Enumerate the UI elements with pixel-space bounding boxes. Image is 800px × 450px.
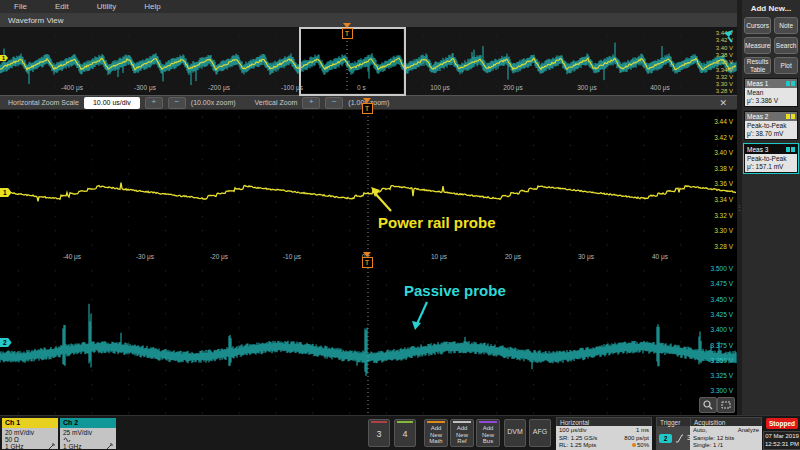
overview-panel[interactable]: -400 μs-300 μs-200 μs-100 μs100 μs200 μs… [0, 27, 737, 95]
acq-mode: Auto, [693, 427, 707, 435]
meas-type: Mean [747, 89, 795, 97]
ch1-bandwidth: 1 GHz [5, 443, 23, 450]
zoom-box-time-label: 0 s [357, 84, 366, 91]
meas-type: Peak-to-Peak [747, 122, 795, 130]
h-zoom-plus-button[interactable]: + [145, 97, 163, 109]
ch1-badge[interactable]: Ch 1 20 mV/div 50 Ω 1 GHz [2, 418, 58, 449]
probe-icon [106, 443, 113, 450]
midtime-label: 10 μs [431, 253, 447, 260]
ac-coupling-icon [63, 436, 72, 442]
ov-time-label: 100 μs [430, 84, 450, 91]
vertical-zoom-label: Vertical Zoom [255, 99, 298, 106]
channel-badge-icon [786, 81, 795, 86]
add-new-ref-button[interactable]: Add New Ref [450, 419, 474, 447]
cursors-button[interactable]: Cursors [744, 17, 771, 34]
ov-volt-label: 3.28 V [716, 88, 733, 95]
results-table-button[interactable]: Results Table [744, 57, 771, 74]
ov-time-label: 400 μs [650, 84, 670, 91]
acq-single: Single: 1 /1 [693, 442, 759, 450]
v-zoom-minus-button[interactable]: − [325, 97, 343, 109]
stopped-button[interactable]: Stopped [766, 418, 798, 429]
expansion-point-icon [632, 443, 636, 447]
status-bar: Ch 1 20 mV/div 50 Ω 1 GHz Ch 2 25 mV/div… [0, 415, 800, 450]
ov-volt-label: 3.34 V [716, 67, 733, 74]
meas-2-card[interactable]: Meas 2 Peak-to-Peak μ': 38.70 mV [744, 111, 798, 140]
horizontal-zoom-scale-input[interactable] [84, 97, 140, 109]
bot-volt-label: 3.300 V [711, 387, 733, 394]
bot-volt-label: 3.375 V [711, 342, 733, 349]
magnifier-icon [703, 400, 713, 410]
overview-trigger-marker[interactable]: T [341, 23, 353, 39]
ov-volt-label: 3.32 V [716, 74, 733, 81]
menu-edit[interactable]: Edit [41, 2, 83, 11]
meas-1-card[interactable]: Meas 1 Mean μ': 3.386 V [744, 78, 798, 107]
ch3-button[interactable]: 3 [368, 419, 390, 447]
search-button[interactable]: Search [774, 37, 798, 54]
ch1-scale: 20 mV/div [5, 429, 55, 436]
meas-value: μ': 157.1 mV [747, 163, 795, 171]
add-new-bus-button[interactable]: Add New Bus [476, 419, 500, 447]
ch2-bandwidth: 1 GHz [63, 443, 81, 450]
h-resolution: 800 ps/pt [624, 435, 649, 443]
ov-time-label: -100 μs [281, 84, 303, 91]
h-samplerate: SR: 1.25 GS/s [559, 435, 597, 443]
h-zoom-factor: (10.00x zoom) [191, 99, 236, 106]
bot-volt-label: 3.400 V [711, 326, 733, 333]
ov-volt-label: 3.40 V [716, 45, 733, 52]
bot-volt-label: 3.475 V [711, 280, 733, 287]
menu-help[interactable]: Help [130, 2, 174, 11]
probe-icon [48, 443, 55, 450]
note-button[interactable]: Note [774, 17, 798, 34]
mid-volt-label: 3.40 V [714, 149, 733, 156]
ov-time-label: -200 μs [208, 84, 230, 91]
waveform-view-tab[interactable]: Waveform View [0, 13, 737, 28]
zoom-tool-button[interactable] [699, 397, 717, 413]
acquisition-panel[interactable]: Acquisition Auto, Analyze Sample: 12 bit… [690, 417, 762, 450]
power-rail-waveform [0, 110, 737, 252]
bot-volt-label: 3.500 V [711, 265, 733, 272]
bot-volt-label: 3.450 V [711, 296, 733, 303]
ch2-badge[interactable]: Ch 2 25 mV/div 1 GHz [60, 418, 116, 449]
mid-volt-label: 3.44 V [714, 118, 733, 125]
plot-button[interactable]: Plot [774, 57, 798, 74]
add-new-math-button[interactable]: Add New Math [424, 419, 448, 447]
passive-probe-panel[interactable]: 3.500 V3.475 V3.450 V3.425 V3.400 V3.375… [0, 264, 737, 415]
h-zoom-minus-button[interactable]: − [168, 97, 186, 109]
h-window: 1 ms [636, 427, 649, 435]
afg-button[interactable]: AFG [529, 419, 551, 447]
ch2-scale: 25 mV/div [63, 429, 113, 436]
midtime-label: -30 μs [136, 253, 154, 260]
bot-trigger-marker[interactable]: T [361, 252, 373, 268]
meas-type: Peak-to-Peak [747, 155, 795, 163]
midtime-label: -20 μs [210, 253, 228, 260]
close-icon[interactable]: ✕ [719, 98, 727, 108]
menu-utility[interactable]: Utility [83, 2, 131, 11]
channel-badge-icon [786, 147, 795, 152]
passive-probe-annotation: Passive probe [404, 282, 506, 299]
box-select-tool-button[interactable] [717, 397, 735, 413]
power-rail-panel[interactable]: 3.44 V3.42 V3.40 V3.38 V3.36 V3.34 V3.32… [0, 110, 737, 264]
mid-trigger-marker[interactable]: T [361, 98, 373, 114]
oscilloscope-app: File Edit Utility Help Waveform View -40… [0, 0, 800, 450]
acq-analyze: Analyze [738, 427, 759, 435]
rising-edge-icon [675, 434, 684, 443]
waveform-view-title: Waveform View [0, 16, 64, 25]
midtime-label: -40 μs [63, 253, 81, 260]
pan-indicator-icon[interactable] [720, 29, 734, 43]
dvm-button[interactable]: DVM [504, 419, 526, 447]
ov-volt-label: 3.30 V [716, 81, 733, 88]
ov-volt-label: 3.36 V [716, 59, 733, 66]
bot-volt-label: 3.425 V [711, 311, 733, 318]
meas-3-card[interactable]: Meas 3 Peak-to-Peak μ': 157.1 mV [744, 144, 798, 173]
menu-bar: File Edit Utility Help [0, 0, 737, 14]
ov-time-label: -300 μs [134, 84, 156, 91]
ch4-button[interactable]: 4 [394, 419, 416, 447]
sidebar: Add New... Cursors Note Measure Search R… [742, 0, 800, 415]
v-zoom-plus-button[interactable]: + [302, 97, 320, 109]
measure-button[interactable]: Measure [744, 37, 771, 54]
bot-volt-label: 3.325 V [711, 372, 733, 379]
menu-file[interactable]: File [0, 2, 41, 11]
mid-volt-label: 3.28 V [714, 243, 733, 250]
mid-volt-label: 3.34 V [714, 196, 733, 203]
horizontal-panel[interactable]: Horizontal 100 μs/div 1 ms SR: 1.25 GS/s… [556, 417, 652, 450]
